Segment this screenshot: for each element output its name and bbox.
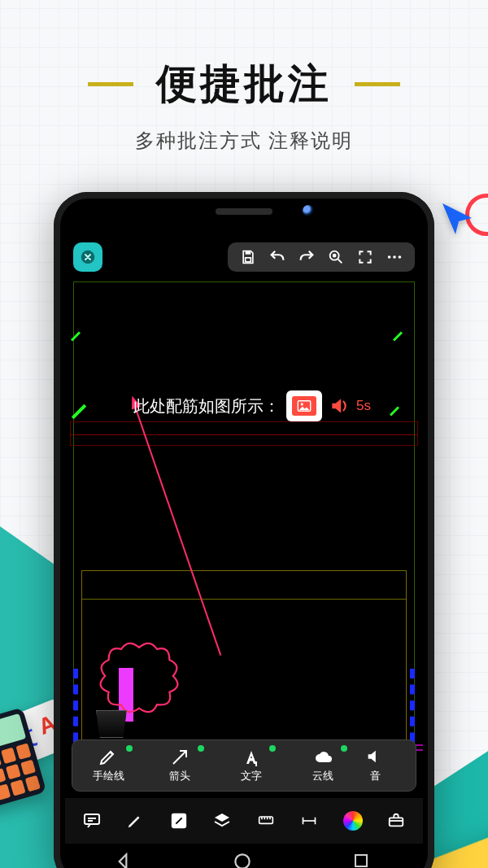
svg-rect-14 [390,818,403,826]
fullscreen-icon[interactable] [355,246,376,268]
tool-label: 箭头 [169,769,190,783]
save-icon[interactable] [237,246,259,268]
toolbox-icon[interactable] [385,809,407,832]
decor-cursor-icon [438,200,477,242]
svg-rect-3 [246,251,251,255]
nav-home-icon[interactable] [232,851,256,868]
svg-rect-4 [246,258,251,262]
svg-rect-16 [355,855,367,866]
hero-dash-right [355,82,400,86]
audio-duration: 5s [356,398,371,414]
pencil-icon[interactable] [124,809,146,832]
audio-annotation-icon[interactable] [329,395,350,417]
layers-icon[interactable] [211,809,233,832]
hero-dash-left [88,82,133,86]
tool-text[interactable]: 文字 [216,740,287,791]
cad-shape-trapezoid [96,710,127,738]
bottom-toolbar [65,798,423,844]
annotation-text: 此处配筋如图所示： [133,395,280,417]
measure-icon[interactable] [298,809,320,832]
active-dot-icon [269,745,276,752]
tool-label: 文字 [241,769,262,783]
comment-icon[interactable] [81,809,103,832]
active-dot-icon [198,745,204,752]
cloud-icon [313,748,333,767]
android-nav-bar [65,847,423,868]
active-dot-icon [341,745,347,752]
active-dot-icon [126,745,133,752]
close-button[interactable] [73,242,102,272]
undo-icon[interactable] [267,246,288,268]
svg-point-8 [393,255,396,259]
tape-icon[interactable] [255,809,277,832]
more-icon[interactable] [384,246,405,268]
tool-label: 云线 [312,769,333,783]
svg-point-15 [235,854,249,868]
top-toolbar [228,242,415,272]
app-screen: 此处配筋如图所示： 5s [65,234,423,844]
speaker-icon [365,748,385,767]
color-wheel-icon[interactable] [342,809,364,832]
zoom-icon[interactable] [325,246,346,268]
annotation-toolbar: 手绘线 箭头 文字 云线 音 [72,739,416,792]
handdraw-icon [98,748,118,767]
hero: 便捷批注 多种批注方式 注释说明 [0,0,488,154]
text-icon [242,748,261,767]
text-annotation-callout[interactable]: 此处配筋如图所示： 5s [133,390,371,421]
arrow-icon [170,748,190,767]
tool-label: 音 [370,769,381,783]
nav-back-icon[interactable] [112,851,137,868]
svg-point-6 [333,255,336,257]
svg-point-9 [399,255,402,259]
hero-subtitle: 多种批注方式 注释说明 [0,128,488,154]
image-annotation-icon[interactable] [286,390,322,421]
tool-arrow[interactable]: 箭头 [144,740,216,791]
edit-box-icon[interactable] [168,809,190,832]
phone-camera [303,205,314,216]
svg-rect-10 [255,761,257,766]
tool-audio[interactable]: 音 [359,740,391,791]
nav-recent-icon[interactable] [351,851,376,868]
phone-mock: 此处配筋如图所示： 5s [54,192,434,868]
tool-cloud[interactable]: 云线 [287,740,359,791]
phone-speaker [216,208,272,215]
tool-label: 手绘线 [93,769,124,783]
svg-point-1 [301,403,303,405]
svg-rect-13 [259,817,272,823]
redo-icon[interactable] [296,246,317,268]
hero-title: 便捷批注 [156,57,332,111]
tool-handdraw[interactable]: 手绘线 [72,740,144,791]
svg-point-7 [388,255,391,259]
